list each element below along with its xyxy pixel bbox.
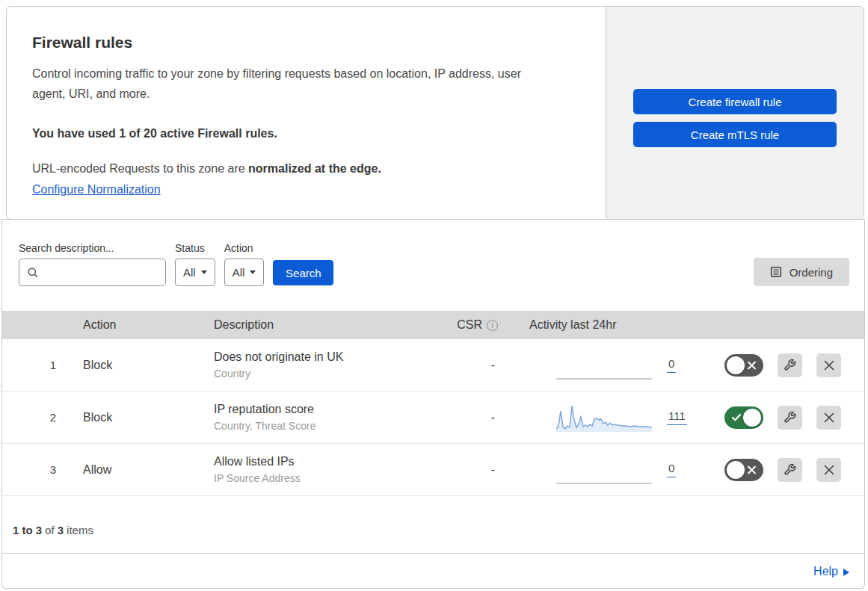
column-activity: Activity last 24hr	[504, 318, 690, 332]
delete-rule-button[interactable]	[816, 406, 841, 430]
rule-description: IP reputation score	[214, 403, 414, 416]
chevron-down-icon	[250, 270, 256, 274]
chevron-down-icon	[201, 270, 207, 274]
page-description: Control incoming traffic to your zone by…	[32, 64, 555, 104]
delete-rule-button[interactable]	[816, 353, 841, 377]
pagination-total: 3	[58, 524, 64, 536]
toggle-knob	[727, 461, 745, 479]
help-label: Help	[813, 565, 838, 578]
toggle-knob	[743, 409, 761, 427]
csr-label: CSR	[457, 318, 482, 332]
toggle-knob	[727, 356, 745, 374]
rule-criteria: Country, Threat Score	[214, 420, 414, 432]
x-icon	[748, 361, 756, 369]
arrow-right-icon	[843, 569, 849, 576]
usage-note: You have used 1 of 20 active Firewall ru…	[32, 127, 576, 140]
firewall-rules-list-card: Search description... Status All Action …	[1, 219, 865, 589]
info-icon[interactable]: i	[487, 320, 498, 331]
header-actions-panel: Create firewall rule Create mTLS rule	[606, 7, 864, 219]
close-icon	[823, 464, 835, 476]
wrench-icon	[784, 359, 796, 371]
header-content: Firewall rules Control incoming traffic …	[7, 7, 606, 219]
rule-number: 2	[2, 411, 83, 424]
table-row: 2 Block IP reputation score Country, Thr…	[2, 392, 864, 444]
page-title: Firewall rules	[32, 34, 576, 52]
ordering-icon	[770, 266, 782, 278]
pagination-of: of	[45, 524, 55, 536]
search-label: Search description...	[19, 242, 166, 254]
create-firewall-rule-button[interactable]: Create firewall rule	[633, 89, 837, 114]
search-icon	[27, 267, 39, 279]
edit-rule-button[interactable]	[778, 406, 802, 430]
action-label: Action	[224, 242, 265, 254]
column-action: Action	[83, 318, 214, 332]
rule-criteria: IP Source Address	[214, 472, 414, 484]
rule-action: Allow	[83, 463, 214, 477]
table-row: 1 Block Does not originate in UK Country…	[2, 339, 864, 392]
rule-number: 1	[2, 359, 83, 371]
rule-action: Block	[83, 359, 214, 372]
table-row: 3 Allow Allow listed IPs IP Source Addre…	[2, 444, 864, 496]
close-icon	[823, 412, 835, 424]
edit-rule-button[interactable]	[778, 353, 802, 377]
rule-criteria: Country	[214, 368, 414, 380]
rule-enabled-toggle[interactable]	[724, 354, 763, 377]
pagination-range: 1 to 3	[13, 524, 42, 536]
table-header: Action Description CSR i Activity last 2…	[2, 311, 864, 339]
status-value: All	[183, 266, 196, 279]
firewall-rules-header-card: Firewall rules Control incoming traffic …	[6, 6, 864, 220]
wrench-icon	[784, 411, 796, 424]
search-button[interactable]: Search	[273, 260, 333, 285]
activity-sparkline	[556, 456, 652, 484]
activity-sparkline	[556, 351, 652, 380]
rule-enabled-toggle[interactable]	[724, 406, 763, 429]
activity-count-link[interactable]: 0	[667, 462, 676, 477]
column-description: Description	[214, 318, 414, 332]
ordering-label: Ordering	[789, 266, 833, 279]
search-input[interactable]	[19, 259, 166, 286]
create-mtls-rule-button[interactable]: Create mTLS rule	[633, 122, 837, 147]
close-icon	[823, 359, 835, 371]
activity-count-link[interactable]: 0	[667, 357, 676, 373]
delete-rule-button[interactable]	[816, 458, 841, 482]
activity-count-link[interactable]: 111	[667, 409, 687, 425]
wrench-icon	[784, 463, 796, 476]
normalization-prefix: URL-encoded Requests to this zone are	[32, 162, 248, 175]
help-link[interactable]: Help	[813, 565, 849, 578]
pagination-summary: 1 to 3 of 3 items	[2, 496, 864, 553]
normalization-note: URL-encoded Requests to this zone are no…	[32, 162, 576, 176]
x-icon	[748, 465, 756, 474]
status-dropdown[interactable]: All	[175, 259, 215, 286]
rule-description: Allow listed IPs	[214, 455, 414, 468]
help-bar: Help	[2, 553, 864, 589]
rule-csr-value: -	[414, 411, 504, 424]
configure-normalization-link[interactable]: Configure Normalization	[32, 183, 161, 197]
column-csr: CSR i	[414, 318, 504, 332]
rule-csr-value: -	[414, 463, 504, 477]
rule-number: 3	[2, 463, 83, 476]
rule-description: Does not originate in UK	[214, 350, 414, 364]
action-value: All	[233, 266, 245, 279]
rule-csr-value: -	[414, 359, 504, 372]
rule-action: Block	[83, 411, 214, 424]
normalization-bold: normalized at the edge.	[248, 162, 381, 175]
action-dropdown[interactable]: All	[224, 259, 265, 286]
edit-rule-button[interactable]	[778, 458, 802, 482]
status-label: Status	[175, 242, 215, 254]
ordering-button[interactable]: Ordering	[754, 258, 849, 286]
rule-enabled-toggle[interactable]	[724, 459, 763, 481]
pagination-items: items	[67, 524, 93, 536]
check-icon	[732, 414, 741, 421]
activity-sparkline	[556, 403, 652, 432]
filter-bar: Search description... Status All Action …	[2, 220, 864, 311]
